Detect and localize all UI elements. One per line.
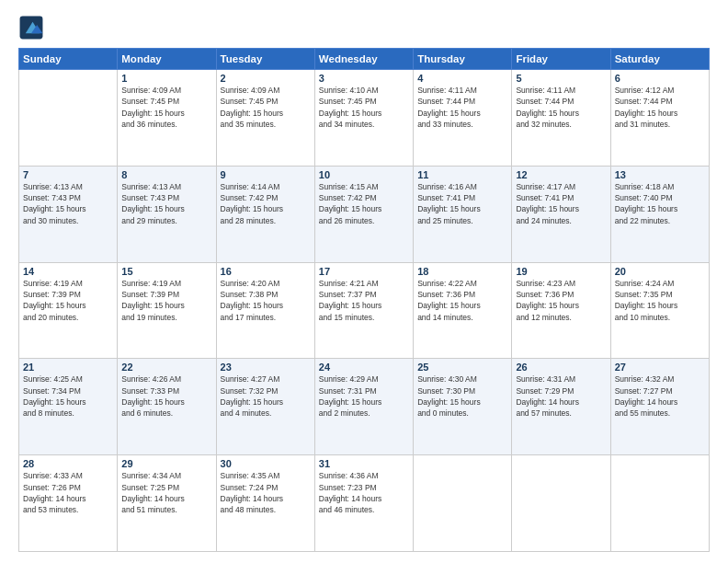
day-number: 18 [417, 266, 507, 277]
day-info: Sunrise: 4:09 AMSunset: 7:45 PMDaylight:… [121, 85, 211, 130]
day-info: Sunrise: 4:20 AMSunset: 7:38 PMDaylight:… [221, 278, 311, 323]
day-number: 14 [23, 266, 113, 277]
day-number: 12 [516, 169, 606, 180]
calendar-day-header: Sunday [19, 49, 118, 70]
calendar-cell: 23Sunrise: 4:27 AMSunset: 7:32 PMDayligh… [216, 359, 314, 455]
day-info: Sunrise: 4:14 AMSunset: 7:42 PMDaylight:… [221, 181, 311, 226]
day-info: Sunrise: 4:33 AMSunset: 7:26 PMDaylight:… [23, 470, 113, 515]
calendar-cell [610, 455, 709, 552]
calendar-week-row: 1Sunrise: 4:09 AMSunset: 7:45 PMDaylight… [19, 70, 710, 167]
day-number: 24 [319, 362, 409, 373]
day-number: 29 [121, 458, 211, 469]
day-info: Sunrise: 4:19 AMSunset: 7:39 PMDaylight:… [23, 278, 113, 323]
logo [18, 15, 48, 40]
day-info: Sunrise: 4:34 AMSunset: 7:25 PMDaylight:… [121, 470, 211, 515]
day-number: 25 [417, 362, 507, 373]
day-number: 8 [121, 169, 211, 180]
day-info: Sunrise: 4:24 AMSunset: 7:35 PMDaylight:… [615, 278, 705, 323]
day-number: 13 [615, 169, 705, 180]
calendar-cell: 13Sunrise: 4:18 AMSunset: 7:40 PMDayligh… [610, 166, 709, 262]
day-info: Sunrise: 4:16 AMSunset: 7:41 PMDaylight:… [417, 181, 507, 226]
day-info: Sunrise: 4:18 AMSunset: 7:40 PMDaylight:… [615, 181, 705, 226]
day-info: Sunrise: 4:10 AMSunset: 7:45 PMDaylight:… [319, 85, 409, 130]
calendar-cell: 21Sunrise: 4:25 AMSunset: 7:34 PMDayligh… [19, 359, 118, 455]
calendar-cell: 26Sunrise: 4:31 AMSunset: 7:29 PMDayligh… [512, 359, 610, 455]
calendar-cell: 22Sunrise: 4:26 AMSunset: 7:33 PMDayligh… [118, 359, 216, 455]
calendar-cell: 18Sunrise: 4:22 AMSunset: 7:36 PMDayligh… [414, 262, 512, 359]
calendar-table: SundayMondayTuesdayWednesdayThursdayFrid… [18, 48, 710, 552]
calendar-cell [512, 455, 610, 552]
calendar-cell: 2Sunrise: 4:09 AMSunset: 7:45 PMDaylight… [216, 70, 314, 167]
header [18, 15, 710, 40]
calendar-day-header: Wednesday [314, 49, 413, 70]
calendar-week-row: 7Sunrise: 4:13 AMSunset: 7:43 PMDaylight… [19, 166, 710, 262]
calendar-cell: 25Sunrise: 4:30 AMSunset: 7:30 PMDayligh… [414, 359, 512, 455]
day-info: Sunrise: 4:09 AMSunset: 7:45 PMDaylight:… [221, 85, 311, 130]
calendar-cell: 24Sunrise: 4:29 AMSunset: 7:31 PMDayligh… [314, 359, 413, 455]
day-number: 5 [516, 73, 606, 84]
day-info: Sunrise: 4:11 AMSunset: 7:44 PMDaylight:… [516, 85, 606, 130]
day-number: 1 [121, 73, 211, 84]
day-info: Sunrise: 4:30 AMSunset: 7:30 PMDaylight:… [417, 373, 507, 419]
day-info: Sunrise: 4:11 AMSunset: 7:44 PMDaylight:… [417, 85, 507, 130]
day-info: Sunrise: 4:22 AMSunset: 7:36 PMDaylight:… [417, 278, 507, 323]
calendar-cell: 4Sunrise: 4:11 AMSunset: 7:44 PMDaylight… [414, 70, 512, 167]
calendar-cell: 19Sunrise: 4:23 AMSunset: 7:36 PMDayligh… [512, 262, 610, 359]
calendar-cell: 28Sunrise: 4:33 AMSunset: 7:26 PMDayligh… [19, 455, 118, 552]
day-number: 28 [23, 458, 113, 469]
calendar-cell: 15Sunrise: 4:19 AMSunset: 7:39 PMDayligh… [118, 262, 216, 359]
day-info: Sunrise: 4:27 AMSunset: 7:32 PMDaylight:… [221, 373, 311, 419]
day-number: 21 [23, 362, 113, 373]
day-number: 9 [221, 169, 311, 180]
day-number: 30 [221, 458, 311, 469]
day-info: Sunrise: 4:32 AMSunset: 7:27 PMDaylight:… [615, 373, 705, 419]
calendar-cell: 27Sunrise: 4:32 AMSunset: 7:27 PMDayligh… [610, 359, 709, 455]
day-number: 17 [319, 266, 409, 277]
day-info: Sunrise: 4:35 AMSunset: 7:24 PMDaylight:… [221, 470, 311, 515]
calendar-week-row: 21Sunrise: 4:25 AMSunset: 7:34 PMDayligh… [19, 359, 710, 455]
calendar-cell: 8Sunrise: 4:13 AMSunset: 7:43 PMDaylight… [118, 166, 216, 262]
day-number: 26 [516, 362, 606, 373]
calendar-cell: 17Sunrise: 4:21 AMSunset: 7:37 PMDayligh… [314, 262, 413, 359]
day-info: Sunrise: 4:13 AMSunset: 7:43 PMDaylight:… [23, 181, 113, 226]
calendar-cell: 30Sunrise: 4:35 AMSunset: 7:24 PMDayligh… [216, 455, 314, 552]
calendar-day-header: Thursday [414, 49, 512, 70]
day-number: 3 [319, 73, 409, 84]
calendar-week-row: 14Sunrise: 4:19 AMSunset: 7:39 PMDayligh… [19, 262, 710, 359]
calendar-day-header: Tuesday [216, 49, 314, 70]
calendar-cell: 7Sunrise: 4:13 AMSunset: 7:43 PMDaylight… [19, 166, 118, 262]
day-number: 22 [121, 362, 211, 373]
day-info: Sunrise: 4:21 AMSunset: 7:37 PMDaylight:… [319, 278, 409, 323]
calendar-header-row: SundayMondayTuesdayWednesdayThursdayFrid… [19, 49, 710, 70]
calendar-cell: 6Sunrise: 4:12 AMSunset: 7:44 PMDaylight… [610, 70, 709, 167]
calendar-day-header: Friday [512, 49, 610, 70]
day-info: Sunrise: 4:15 AMSunset: 7:42 PMDaylight:… [319, 181, 409, 226]
calendar-day-header: Saturday [610, 49, 709, 70]
calendar-cell: 16Sunrise: 4:20 AMSunset: 7:38 PMDayligh… [216, 262, 314, 359]
calendar-cell: 10Sunrise: 4:15 AMSunset: 7:42 PMDayligh… [314, 166, 413, 262]
day-number: 19 [516, 266, 606, 277]
day-number: 10 [319, 169, 409, 180]
calendar-day-header: Monday [118, 49, 216, 70]
day-info: Sunrise: 4:13 AMSunset: 7:43 PMDaylight:… [121, 181, 211, 226]
logo-icon [18, 15, 44, 40]
day-number: 15 [121, 266, 211, 277]
day-info: Sunrise: 4:31 AMSunset: 7:29 PMDaylight:… [516, 373, 606, 419]
day-number: 6 [615, 73, 705, 84]
calendar-cell: 1Sunrise: 4:09 AMSunset: 7:45 PMDaylight… [118, 70, 216, 167]
calendar-cell: 14Sunrise: 4:19 AMSunset: 7:39 PMDayligh… [19, 262, 118, 359]
day-info: Sunrise: 4:12 AMSunset: 7:44 PMDaylight:… [615, 85, 705, 130]
calendar-cell [414, 455, 512, 552]
day-info: Sunrise: 4:25 AMSunset: 7:34 PMDaylight:… [23, 373, 113, 419]
calendar-cell: 31Sunrise: 4:36 AMSunset: 7:23 PMDayligh… [314, 455, 413, 552]
day-number: 20 [615, 266, 705, 277]
calendar-cell: 12Sunrise: 4:17 AMSunset: 7:41 PMDayligh… [512, 166, 610, 262]
day-number: 16 [221, 266, 311, 277]
day-info: Sunrise: 4:26 AMSunset: 7:33 PMDaylight:… [121, 373, 211, 419]
day-number: 31 [319, 458, 409, 469]
day-number: 11 [417, 169, 507, 180]
day-number: 7 [23, 169, 113, 180]
calendar-cell: 5Sunrise: 4:11 AMSunset: 7:44 PMDaylight… [512, 70, 610, 167]
day-info: Sunrise: 4:19 AMSunset: 7:39 PMDaylight:… [121, 278, 211, 323]
calendar-cell [19, 70, 118, 167]
